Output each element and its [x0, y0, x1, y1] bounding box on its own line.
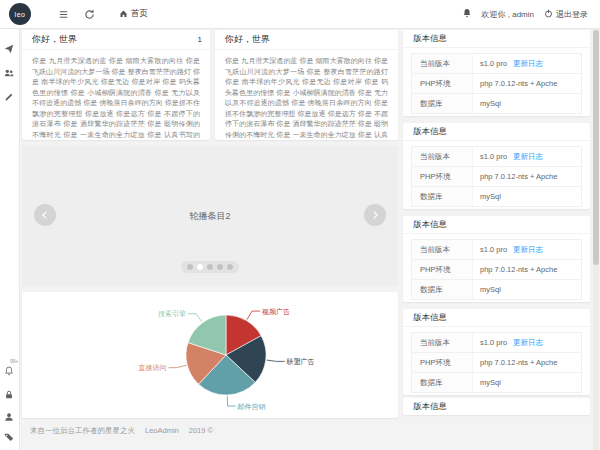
carousel: 轮播条目2: [22, 146, 398, 286]
logout-label: 退出登录: [556, 9, 588, 20]
hello-card-2-body: 你是 九月澄天深透的蓝 你是 烟雨大雾散的向往 你是 飞跃山川河流的大梦一场 你…: [215, 50, 398, 140]
footer-text: 来自一位后台工作者的星星之火: [30, 426, 135, 436]
table-row: PHP环境 php 7.0.12-nts + Apche: [412, 260, 581, 280]
bell-icon[interactable]: [4, 362, 14, 380]
pie-label: 邮件营销: [238, 403, 266, 411]
pie-leader-line: [247, 311, 260, 320]
version-table: 当前版本 s1.0 pro更新日志 PHP环境 php 7.0.12-nts +…: [411, 332, 582, 393]
changelog-link[interactable]: 更新日志: [513, 152, 543, 161]
table-row: 数据库 mySql: [412, 187, 581, 206]
version-panel-truncated: 版本信息: [403, 398, 590, 415]
edit-pencil-icon[interactable]: [4, 88, 14, 106]
carousel-next-button[interactable]: [364, 204, 386, 226]
table-row: PHP环境 php 7.0.12-nts + Apche: [412, 167, 581, 187]
pie-leader-line: [267, 360, 285, 361]
version-panel: 版本信息 当前版本 s1.0 pro更新日志 PHP环境 php 7.0.12-…: [403, 216, 590, 302]
chevron-left-icon: [40, 206, 50, 224]
lock-icon[interactable]: [4, 386, 14, 404]
pie-label: 视频广告: [262, 308, 290, 316]
admin-dashboard: leo 首页 欢迎你 , admin 退出登录: [0, 0, 600, 450]
version-panel: 版本信息 当前版本 s1.0 pro更新日志 PHP环境 php 7.0.12-…: [403, 30, 590, 116]
version-panel-title: 版本信息: [403, 30, 590, 48]
pie-chart-card: 视频广告联盟广告邮件营销直接访问搜索引擎: [22, 292, 398, 418]
footer: 来自一位后台工作者的星星之火 LeoAdmin 2019 ©: [30, 426, 213, 436]
carousel-dot[interactable]: [207, 264, 213, 270]
hello-card-1-body: 你是 九月澄天深透的蓝 你是 烟雨大雾散的向往 你是 飞跃山川河流的大梦一场 你…: [22, 50, 210, 140]
pie-label: 直接访问: [139, 364, 167, 372]
home-icon: [119, 9, 128, 20]
changelog-link[interactable]: 更新日志: [513, 59, 543, 68]
user-icon[interactable]: [4, 408, 14, 426]
version-panel-title: 版本信息: [403, 398, 590, 415]
refresh-icon[interactable]: [84, 9, 95, 20]
table-row: 当前版本 s1.0 pro更新日志: [412, 54, 581, 74]
version-panel: 版本信息 当前版本 s1.0 pro更新日志 PHP环境 php 7.0.12-…: [403, 123, 590, 209]
logout-button[interactable]: 退出登录: [544, 9, 588, 20]
version-table: 当前版本 s1.0 pro更新日志 PHP环境 php 7.0.12-nts +…: [411, 53, 582, 114]
table-row: PHP环境 php 7.0.12-nts + Apche: [412, 74, 581, 94]
hello-card-1: 你好，世界 1 你是 九月澄天深透的蓝 你是 烟雨大雾散的向往 你是 飞跃山川河…: [22, 30, 210, 140]
notice-bell-icon[interactable]: [462, 8, 472, 20]
table-row: 当前版本 s1.0 pro更新日志: [412, 240, 581, 260]
pie-chart: 视频广告联盟广告邮件营销直接访问搜索引擎: [22, 292, 398, 418]
version-panel-title: 版本信息: [403, 123, 590, 141]
pie-leader-line: [169, 365, 187, 368]
carousel-dot[interactable]: [227, 264, 233, 270]
changelog-link[interactable]: 更新日志: [513, 338, 543, 347]
hello-card-2: 你好，世界 你是 九月澄天深透的蓝 你是 烟雨大雾散的向往 你是 飞跃山川河流的…: [215, 30, 398, 140]
hello-card-1-badge: 1: [198, 30, 202, 49]
version-table: 当前版本 s1.0 pro更新日志 PHP环境 php 7.0.12-nts +…: [411, 146, 582, 207]
pie-leader-line: [188, 314, 202, 322]
version-panel-title: 版本信息: [403, 309, 590, 327]
carousel-dots: [181, 261, 239, 273]
carousel-prev-button[interactable]: [34, 204, 56, 226]
send-icon[interactable]: [4, 40, 14, 58]
welcome-text: 欢迎你 , admin: [482, 9, 534, 20]
footer-brand: LeoAdmin: [145, 426, 179, 436]
version-table: 当前版本 s1.0 pro更新日志 PHP环境 php 7.0.12-nts +…: [411, 239, 582, 300]
hello-card-1-title: 你好，世界 1: [22, 30, 210, 50]
table-row: 当前版本 s1.0 pro更新日志: [412, 333, 581, 353]
carousel-dot[interactable]: [197, 264, 203, 270]
icon-sidebar: 99+: [0, 28, 20, 450]
tags-icon[interactable]: [4, 428, 14, 446]
pie-label: 搜索引擎: [158, 310, 186, 318]
carousel-caption: 轮播条目2: [22, 210, 398, 223]
tab-home[interactable]: 首页: [119, 8, 148, 20]
carousel-dot[interactable]: [187, 264, 193, 270]
changelog-link[interactable]: 更新日志: [513, 245, 543, 254]
scrollbar-thumb[interactable]: [593, 30, 599, 265]
power-icon: [544, 9, 553, 20]
table-row: 数据库 mySql: [412, 94, 581, 113]
chevron-right-icon: [370, 206, 380, 224]
fold-menu-icon[interactable]: [58, 9, 69, 20]
carousel-dot[interactable]: [217, 264, 223, 270]
version-panel-title: 版本信息: [403, 216, 590, 234]
table-row: PHP环境 php 7.0.12-nts + Apche: [412, 353, 581, 373]
topbar: leo 首页 欢迎你 , admin 退出登录: [0, 0, 600, 29]
version-panel: 版本信息 当前版本 s1.0 pro更新日志 PHP环境 php 7.0.12-…: [403, 309, 590, 395]
pie-label: 联盟广告: [287, 358, 315, 366]
hello-card-2-title: 你好，世界: [215, 30, 398, 50]
pie-leader-line: [227, 396, 235, 406]
tab-home-label: 首页: [131, 8, 148, 20]
users-icon[interactable]: [4, 64, 14, 82]
footer-year: 2019 ©: [189, 426, 213, 436]
table-row: 当前版本 s1.0 pro更新日志: [412, 147, 581, 167]
table-row: 数据库 mySql: [412, 280, 581, 299]
table-row: 数据库 mySql: [412, 373, 581, 392]
logo[interactable]: leo: [9, 3, 31, 25]
vertical-scrollbar[interactable]: [593, 28, 599, 450]
